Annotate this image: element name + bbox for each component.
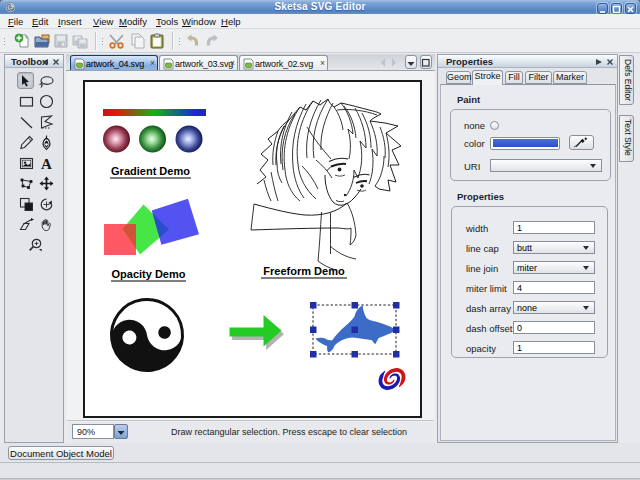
svg-text:A: A	[41, 155, 52, 171]
svg-text:Opacity Demo: Opacity Demo	[112, 268, 186, 280]
svg-text:Gradient Demo: Gradient Demo	[111, 165, 190, 177]
svg-text:Freeform Demo: Freeform Demo	[263, 265, 345, 277]
